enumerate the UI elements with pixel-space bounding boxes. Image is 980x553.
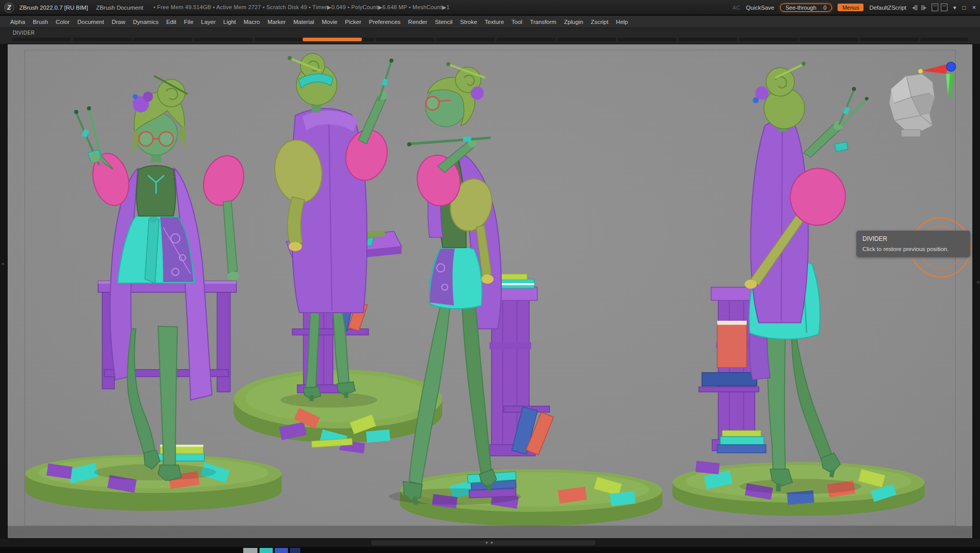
model-view-side [389, 62, 662, 526]
character-side [403, 62, 501, 505]
menu-macro[interactable]: Macro [244, 19, 260, 25]
see-through-value: 0 [823, 5, 826, 11]
display-base-4 [673, 461, 925, 516]
canvas: DIVIDER Click to restore previous positi… [7, 44, 973, 539]
default-zscript-button[interactable]: DefaultZScript [869, 5, 906, 11]
model-view-back-right [673, 62, 925, 516]
sculpt-viewport[interactable] [8, 44, 972, 538]
menu-light[interactable]: Light [223, 19, 236, 25]
nav-preview-head[interactable] [889, 74, 935, 137]
menu-marker[interactable]: Marker [268, 19, 286, 25]
taskbar-block-teal [260, 548, 273, 553]
menu-brush[interactable]: Brush [33, 19, 48, 25]
restore-button[interactable]: □ [962, 4, 966, 11]
menu-transform[interactable]: Transform [530, 19, 556, 25]
menu-preferences[interactable]: Preferences [369, 19, 400, 25]
menu-edit[interactable]: Edit [166, 19, 177, 25]
taskbar-block-blue [275, 548, 288, 553]
character-back-right [744, 62, 868, 491]
tooltip-divider: DIVIDER Click to restore previous positi… [856, 231, 970, 257]
divider-track[interactable] [12, 38, 968, 41]
tooltip-title: DIVIDER [862, 235, 964, 242]
menu-draw[interactable]: Draw [111, 19, 125, 25]
divider-label: DIVIDER [13, 30, 35, 36]
close-button[interactable]: × [972, 4, 976, 11]
minimize-button[interactable]: ▾ [953, 4, 956, 11]
divider-handle-icons: ◂|||| ||||▸ [912, 5, 926, 10]
window-controls: ▾ □ × [953, 4, 976, 11]
character-front [74, 76, 250, 480]
taskbar-block-gray [243, 548, 257, 553]
ac-label: AC [732, 5, 740, 11]
menu-zplugin[interactable]: Zplugin [564, 19, 583, 25]
titlebar-right-cluster: AC QuickSave See-through 0 Menus Default… [732, 4, 976, 12]
model-view-back [234, 53, 443, 454]
menu-picker[interactable]: Picker [345, 19, 361, 25]
divider-row: DIVIDER [0, 28, 980, 44]
document-icons [932, 4, 947, 11]
menu-stroke[interactable]: Stroke [460, 19, 477, 25]
right-tray-arrow-icon[interactable]: ◂ [976, 279, 979, 284]
titlebar: Z ZBrush 2022.0.7 [RU BIM] ZBrush Docume… [0, 0, 980, 15]
menu-stencil[interactable]: Stencil [435, 19, 453, 25]
app-title: ZBrush 2022.0.7 [RU BIM] [19, 5, 88, 11]
menu-movie[interactable]: Movie [322, 19, 337, 25]
zbrush-logo-icon: Z [4, 3, 14, 13]
taskbar-block-navy [290, 548, 300, 553]
menu-document[interactable]: Document [77, 19, 104, 25]
menu-layer[interactable]: Layer [201, 19, 216, 25]
menu-alpha[interactable]: Alpha [10, 19, 25, 25]
left-tray-arrow-icon[interactable]: ◂ [1, 261, 4, 266]
display-base-3 [389, 469, 662, 526]
memory-stats: • Free Mem 49.514GB • Active Mem 2727 • … [154, 4, 450, 11]
taskbar-sliver [0, 547, 980, 553]
menubar: Alpha Brush Color Document Draw Dynamics… [0, 16, 980, 28]
tooltip-body: Click to restore previous position. [862, 246, 964, 252]
divider-right-icon[interactable]: ||||▸ [921, 5, 926, 10]
menu-material[interactable]: Material [294, 19, 314, 25]
menus-button[interactable]: Menus [838, 4, 863, 11]
menu-render[interactable]: Render [408, 19, 427, 25]
menu-zscript[interactable]: Zscript [591, 19, 609, 25]
menu-tool[interactable]: Tool [511, 19, 522, 25]
menu-texture[interactable]: Texture [485, 19, 504, 25]
document-title: ZBrush Document [96, 5, 143, 11]
menu-help[interactable]: Help [616, 19, 628, 25]
model-view-front [25, 76, 281, 511]
menu-dynamics[interactable]: Dynamics [133, 19, 158, 25]
menu-color[interactable]: Color [55, 19, 69, 25]
display-base-2 [234, 370, 443, 454]
divider-thumb[interactable] [303, 38, 362, 41]
bottom-scrollbar[interactable]: ▲▲ [0, 539, 980, 547]
paste-document-icon[interactable] [941, 4, 947, 11]
divider-left-icon[interactable]: ◂|||| [912, 5, 917, 10]
quicksave-button[interactable]: QuickSave [746, 5, 774, 11]
copy-document-icon[interactable] [932, 4, 938, 11]
see-through-label: See-through [786, 5, 817, 11]
menu-file[interactable]: File [184, 19, 194, 25]
canvas-bottom-shade [8, 526, 972, 538]
see-through-slider[interactable]: See-through 0 [780, 4, 832, 12]
bottom-tray-handle-icon[interactable]: ▲▲ [0, 540, 980, 544]
